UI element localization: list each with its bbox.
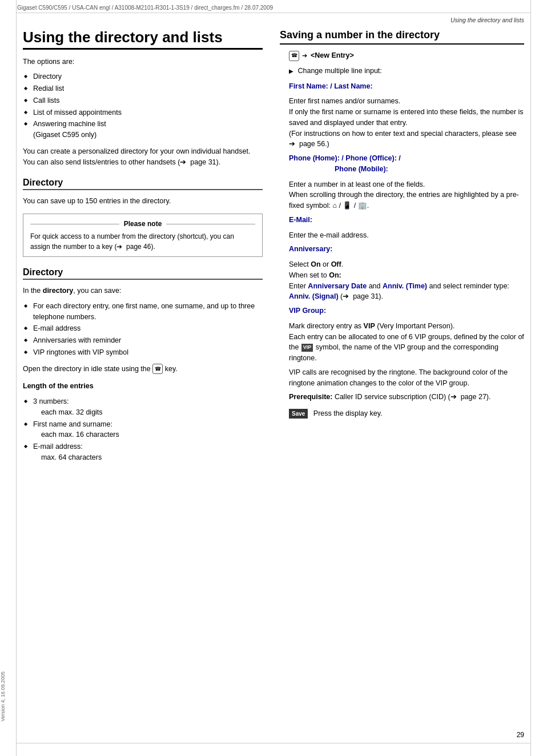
arrow-icon: ➔ — [289, 140, 295, 148]
anniversary-label-text: Anniversary: — [289, 244, 524, 255]
anniversary-text1: Select On or Off. — [289, 259, 524, 270]
firstname-content: Enter first names and/or surnames. If on… — [289, 96, 524, 150]
section1-title: Directory — [23, 178, 263, 188]
vip-label: VIP Group: — [289, 307, 326, 315]
vip-label-text: VIP Group: — [289, 305, 524, 316]
idle-text: Open the directory in idle state using t… — [23, 364, 263, 375]
vip-badge: VIP — [301, 344, 313, 352]
step2-text: ▶ Change multiple line input: — [289, 66, 524, 77]
margin-line-top — [16, 13, 531, 13]
save-badge: Save — [289, 409, 308, 419]
margin-line-left — [16, 0, 17, 756]
phone-label-text: Phone (Home): / Phone (Office): / Phone … — [289, 153, 524, 175]
note-title: Please note — [119, 219, 167, 229]
list-item: List of missed appointments — [23, 107, 263, 118]
anniversary-text2: When set to On: — [289, 270, 524, 281]
step2-arrow: ▶ — [289, 68, 293, 74]
list-item: VIP ringtones with VIP symbol — [23, 347, 263, 358]
right-column: Saving a number in the directory ☎ ➔ <Ne… — [280, 29, 524, 469]
length-title: Length of the entries — [23, 382, 94, 390]
right-section-title: Saving a number in the directory — [280, 29, 524, 41]
margin-line-bottom — [16, 743, 531, 743]
page-number: 29 — [517, 731, 524, 739]
phone-label: Phone (Home): / Phone (Office): / Phone … — [289, 154, 401, 173]
step1-text: ☎ ➔ <New Entry> — [289, 50, 524, 61]
phone-icon: ☎ — [152, 364, 163, 374]
firstname-label-text: First Name: / Last Name: — [289, 81, 524, 92]
right-title-underline — [280, 43, 524, 45]
section1-para: You can save up to 150 entries in the di… — [23, 196, 263, 207]
list-item: E-mail address: max. 64 characters — [23, 441, 263, 463]
email-label-text: E-Mail: — [289, 215, 524, 226]
step2-label: Change multiple line input: — [297, 67, 381, 75]
arrow-icon: ➔ — [116, 243, 122, 251]
intro-text: The options are: — [23, 57, 263, 67]
phone-icon-step1: ☎ — [289, 51, 299, 61]
save-text: Press the display key. — [313, 409, 383, 417]
phone-text: Enter a number in at least one of the fi… — [289, 179, 524, 211]
firstname-label: First Name: / Last Name: — [289, 82, 373, 90]
section1-underline — [23, 189, 263, 190]
list-item: First name and surname: each max. 16 cha… — [23, 419, 263, 441]
arrow-icon: ➔ — [180, 158, 186, 166]
note-box: Please note For quick access to a number… — [23, 214, 263, 257]
content-area: Using the directory and lists The option… — [0, 23, 547, 486]
email-label: E-Mail: — [289, 216, 312, 224]
list-item: Directory — [23, 71, 263, 82]
arrow-icon: ➔ — [343, 292, 349, 300]
save-row: Save Press the display key. — [289, 408, 524, 419]
list-item: Anniversaries with reminder — [23, 335, 263, 346]
right-header: Using the directory and lists — [0, 13, 547, 23]
main-title-underline — [23, 48, 263, 50]
anniversary-content: Select On or Off. When set to On: Enter … — [289, 259, 524, 302]
para1: You can create a personalized directory … — [23, 146, 263, 168]
step1-arrow: ➔ — [302, 51, 307, 61]
phone-content: Enter a number in at least one of the fi… — [289, 179, 524, 211]
top-bar: Gigaset C590/C595 / USA-CAN engl / A3100… — [0, 0, 547, 13]
version-text: Version 4, 16.09.2005 — [0, 671, 8, 722]
length-title-text: Length of the entries — [23, 381, 263, 392]
length-list: 3 numbers: each max. 32 digits First nam… — [23, 396, 263, 463]
main-title: Using the directory and lists — [23, 29, 263, 46]
margin-line-right — [530, 0, 531, 756]
page-container: Gigaset C590/C595 / USA-CAN engl / A3100… — [0, 0, 547, 756]
section2-title: Directory — [23, 267, 263, 278]
header-left-text: Gigaset C590/C595 / USA-CAN engl / A3100… — [17, 5, 273, 11]
step1-label: <New Entry> — [311, 51, 354, 59]
firstname-text: Enter first names and/or surnames. If on… — [289, 96, 524, 150]
email-text: Enter the e-mail address. — [289, 230, 524, 241]
note-text: For quick access to a number from the di… — [30, 231, 255, 252]
list-item: 3 numbers: each max. 32 digits — [23, 396, 263, 418]
list-item: For each directory entry, one first name… — [23, 301, 263, 323]
list-item: Call lists — [23, 95, 263, 106]
section2-intro: In the directory, you can save: — [23, 285, 263, 296]
anniversary-text3: Enter Anniversary Date and Anniv. (Time)… — [289, 281, 524, 303]
directory-list: For each directory entry, one first name… — [23, 301, 263, 358]
vip-text3: VIP calls are recognised by the ringtone… — [289, 367, 524, 389]
list-item: E-mail address — [23, 323, 263, 334]
list-item: Answering machine list(Gigaset C595 only… — [23, 119, 263, 140]
anniversary-label: Anniversary: — [289, 245, 332, 253]
note-box-header: Please note — [30, 219, 255, 229]
options-list: Directory Redial list Call lists List of… — [23, 71, 263, 140]
prerequisite-text: Prerequisite: Caller ID service subscrip… — [289, 392, 524, 403]
list-item: Redial list — [23, 83, 263, 94]
vip-content: Mark directory entry as VIP (Very Import… — [289, 321, 524, 403]
section2-underline — [23, 279, 263, 280]
vip-text1: Mark directory entry as VIP (Very Import… — [289, 321, 524, 364]
left-column: Using the directory and lists The option… — [23, 29, 263, 469]
email-content: Enter the e-mail address. — [289, 230, 524, 241]
arrow-icon: ➔ — [451, 393, 457, 401]
